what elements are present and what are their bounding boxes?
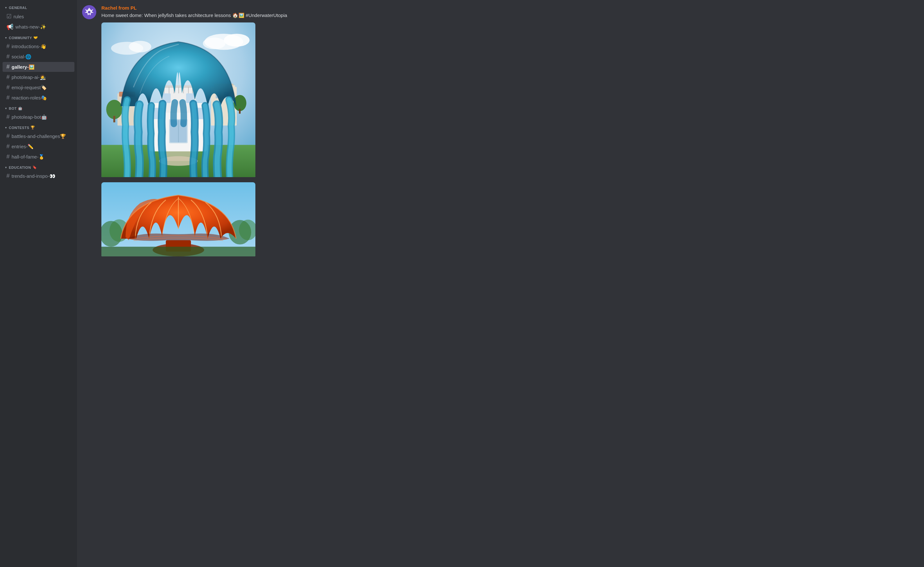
community-emoji: 🤝 — [33, 36, 38, 40]
message-images — [101, 22, 294, 258]
category-community-label: COMMUNITY — [9, 36, 32, 40]
category-community[interactable]: ▾ COMMUNITY 🤝 — [0, 34, 77, 41]
sidebar-item-photoleap-bot[interactable]: # photoleap-bot🤖 — [3, 112, 74, 122]
section-contests: ▾ CONTESTS 🏆 # battles-and-challenges🏆 #… — [0, 123, 77, 162]
channel-name: photoleap-ai-🧑‍🎨 — [12, 75, 46, 80]
channel-name: rules — [14, 14, 24, 19]
sidebar-item-reaction-roles[interactable]: # reaction-roles🎭 — [3, 93, 74, 103]
category-bot-label: BOT — [9, 106, 17, 110]
category-education-label: EDUCATION — [9, 166, 31, 170]
sidebar-item-whats-new[interactable]: 📢 whats-new-✨ — [3, 22, 74, 32]
message-text: Home sweet dome: When jellyfish takes ar… — [101, 12, 294, 19]
svg-point-1 — [88, 11, 90, 14]
category-general[interactable]: ▾ GENERAL — [0, 4, 77, 11]
channel-name: whats-new-✨ — [15, 24, 46, 30]
image-jellyfish-house[interactable] — [101, 22, 255, 178]
category-contests-label: CONTESTS — [9, 126, 30, 130]
sidebar-item-gallery[interactable]: # gallery-🖼️ — [3, 62, 74, 72]
image-orange-structure[interactable] — [101, 182, 255, 258]
hash-icon: # — [6, 143, 10, 150]
contests-emoji: 🏆 — [30, 126, 35, 130]
channel-name: gallery-🖼️ — [12, 64, 34, 70]
sidebar-item-trends[interactable]: # trends-and-inspo-👀 — [3, 171, 74, 181]
hash-icon: # — [6, 94, 10, 101]
channel-name: trends-and-inspo-👀 — [12, 173, 56, 179]
channel-name: hall-of-fame-🥇 — [12, 154, 45, 160]
hash-icon: # — [6, 153, 10, 160]
svg-point-5 — [203, 38, 225, 49]
orange-structure-svg — [101, 182, 255, 256]
hash-icon: # — [6, 63, 10, 70]
sidebar: ▾ GENERAL ☑ rules 📢 whats-new-✨ ▾ COMMUN… — [0, 0, 77, 567]
hash-icon: # — [6, 53, 10, 60]
svg-rect-49 — [101, 247, 255, 256]
hash-icon: # — [6, 74, 10, 81]
hash-icon: # — [6, 84, 10, 91]
message-header: Rachel from PL — [101, 5, 294, 10]
sidebar-item-battles[interactable]: # battles-and-challenges🏆 — [3, 131, 74, 141]
channel-name: social-🌐 — [12, 54, 32, 60]
category-contests[interactable]: ▾ CONTESTS 🏆 — [0, 123, 77, 131]
hash-icon: # — [6, 43, 10, 50]
hash-icon: # — [6, 172, 10, 179]
section-education: ▾ EDUCATION 🔖 # trends-and-inspo-👀 — [0, 164, 77, 181]
channel-name: battles-and-challenges🏆 — [12, 134, 66, 139]
svg-rect-18 — [239, 109, 241, 114]
bot-emoji: 🤖 — [18, 106, 23, 110]
category-general-label: GENERAL — [9, 6, 27, 10]
jellyfish-building-svg — [101, 22, 255, 177]
chevron-icon: ▾ — [5, 166, 7, 169]
chevron-icon: ▾ — [5, 126, 7, 129]
svg-rect-16 — [113, 116, 115, 122]
channel-name: emoji-request🏷️ — [12, 85, 47, 90]
svg-point-7 — [129, 41, 151, 52]
sidebar-item-rules[interactable]: ☑ rules — [3, 11, 74, 21]
hash-icon: ☑ — [6, 13, 12, 20]
sidebar-item-entries[interactable]: # entries-✏️ — [3, 141, 74, 152]
section-general: ▾ GENERAL ☑ rules 📢 whats-new-✨ — [0, 4, 77, 32]
sidebar-item-social[interactable]: # social-🌐 — [3, 52, 74, 62]
section-community: ▾ COMMUNITY 🤝 # introductions-👋 # social… — [0, 34, 77, 103]
avatar — [82, 5, 96, 19]
sidebar-item-emoji-request[interactable]: # emoji-request🏷️ — [3, 82, 74, 92]
section-bot: ▾ BOT 🤖 # photoleap-bot🤖 — [0, 104, 77, 122]
chevron-icon: ▾ — [5, 36, 7, 39]
sidebar-item-introductions[interactable]: # introductions-👋 — [3, 41, 74, 51]
channel-name: reaction-roles🎭 — [12, 95, 47, 101]
svg-point-4 — [224, 34, 250, 46]
hash-icon: # — [6, 133, 10, 140]
category-education[interactable]: ▾ EDUCATION 🔖 — [0, 164, 77, 171]
channel-name: photoleap-bot🤖 — [12, 114, 47, 120]
message-area: Rachel from PL Home sweet dome: When jel… — [77, 0, 924, 567]
hash-icon: # — [6, 114, 10, 120]
chevron-icon: ▾ — [5, 6, 7, 9]
sidebar-item-hall-of-fame[interactable]: # hall-of-fame-🥇 — [3, 152, 74, 162]
message-content: Rachel from PL Home sweet dome: When jel… — [101, 5, 294, 258]
channel-name: introductions-👋 — [12, 44, 46, 50]
message-author[interactable]: Rachel from PL — [101, 5, 136, 10]
sidebar-item-photoleap-ai[interactable]: # photoleap-ai-🧑‍🎨 — [3, 72, 74, 82]
message: Rachel from PL Home sweet dome: When jel… — [82, 5, 919, 258]
announcement-icon: 📢 — [6, 23, 14, 30]
main-content: Rachel from PL Home sweet dome: When jel… — [77, 0, 924, 567]
channel-name: entries-✏️ — [12, 144, 34, 150]
chevron-icon: ▾ — [5, 107, 7, 110]
avatar-svg — [82, 5, 96, 19]
category-bot[interactable]: ▾ BOT 🤖 — [0, 104, 77, 112]
education-emoji: 🔖 — [32, 165, 37, 170]
